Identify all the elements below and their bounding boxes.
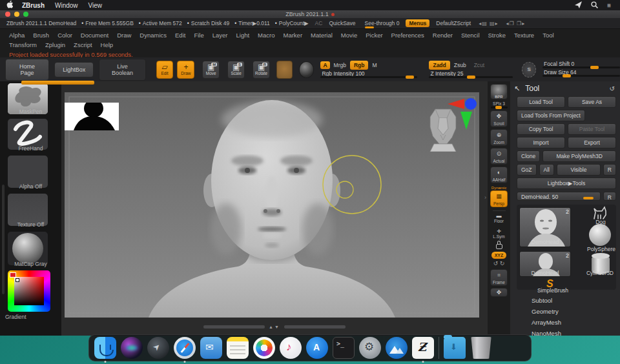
see-through-slider[interactable]: See-through 0 — [365, 20, 400, 26]
left-tray-scrollbar[interactable] — [2, 185, 5, 294]
menu-alpha[interactable]: Alpha — [9, 32, 25, 39]
paper-plane-icon[interactable] — [575, 1, 582, 10]
zsub-button[interactable]: Zsub — [454, 62, 466, 68]
xyz-rotation-button[interactable]: XYZ — [491, 252, 507, 259]
copy-tool-button[interactable]: Copy Tool — [517, 123, 565, 135]
menu-marker[interactable]: Marker — [284, 32, 303, 39]
menu-stencil[interactable]: Stencil — [461, 32, 480, 39]
menu-layer[interactable]: Layer — [212, 32, 228, 39]
menu-help[interactable]: Help — [101, 41, 114, 48]
section-geometry[interactable]: Geometry — [510, 306, 620, 317]
goz-button[interactable]: GoZ — [517, 164, 537, 176]
menu-light[interactable]: Light — [236, 32, 249, 39]
menubar-app-name[interactable]: ZBrush — [22, 2, 45, 9]
menus-toggle-button[interactable]: Menus — [406, 19, 429, 27]
goz-visible-button[interactable]: Visible — [557, 164, 601, 176]
section-arraymesh[interactable]: ArrayMesh — [510, 317, 620, 328]
default-zscript-button[interactable]: DefaultZScript — [436, 20, 471, 26]
actual-size-button[interactable]: ⊙Actual — [490, 148, 508, 165]
menu-macro[interactable]: Macro — [258, 32, 274, 39]
zoom-button[interactable]: ⊕Zoom — [490, 129, 508, 146]
edit-mode-button[interactable]: ▱ Edit — [156, 61, 174, 79]
mountain-app-icon[interactable] — [386, 337, 408, 359]
tray-resize-handle[interactable] — [21, 81, 94, 85]
apple-icon[interactable] — [6, 1, 13, 10]
search-icon[interactable] — [591, 1, 598, 10]
scroll-button[interactable]: ✥Scroll — [490, 110, 508, 127]
zadd-button[interactable]: Zadd — [429, 61, 450, 70]
timer[interactable]: Timer▶0.011 — [238, 20, 270, 26]
menu-color[interactable]: Color — [57, 32, 72, 39]
document-viewport[interactable] — [65, 92, 479, 318]
scale-mode-button[interactable]: S ▣ Scale — [227, 61, 245, 79]
safari-icon[interactable] — [174, 337, 196, 359]
menu-picker[interactable]: Picker — [366, 32, 382, 39]
bpr-render-button[interactable]: BPR — [490, 84, 508, 99]
load-tool-button[interactable]: Load Tool — [517, 96, 565, 108]
menu-draw[interactable]: Draw — [117, 32, 131, 39]
siri-icon[interactable] — [121, 337, 143, 359]
menu-texture[interactable]: Texture — [514, 32, 534, 39]
move-mode-button[interactable]: M ▣ Move — [202, 61, 220, 79]
notes-icon[interactable] — [227, 337, 249, 359]
export-button[interactable]: Export — [568, 137, 616, 148]
menu-render[interactable]: Render — [433, 32, 453, 39]
floor-button[interactable]: ▬Floor — [494, 213, 504, 223]
menu-zplugin[interactable]: Zplugin — [45, 41, 65, 48]
a-badge[interactable]: A — [320, 61, 329, 69]
menu-tool[interactable]: Tool — [542, 32, 553, 39]
color-picker[interactable] — [8, 270, 50, 312]
mail-icon[interactable] — [200, 337, 222, 359]
save-as-button[interactable]: Save As — [568, 96, 616, 108]
section-subtool[interactable]: Subtool — [510, 295, 620, 306]
music-icon[interactable] — [280, 337, 302, 359]
right-divider-chevron[interactable]: › — [484, 194, 486, 201]
alpha-preview-thumbnail[interactable] — [65, 103, 119, 130]
downloads-folder-icon[interactable] — [444, 337, 466, 359]
rotate-mode-button[interactable]: R ▣ Rotate — [253, 61, 270, 79]
current-material-button[interactable] — [299, 61, 314, 78]
menu-preferences[interactable]: Preferences — [391, 32, 424, 39]
menu-transform[interactable]: Transform — [9, 41, 37, 48]
lock-camera-icon[interactable] — [496, 244, 502, 249]
z-intensity-slider[interactable]: Z Intensity 25 — [429, 72, 513, 78]
menu-edit[interactable]: Edit — [175, 32, 185, 39]
clone-button[interactable]: Clone — [517, 150, 540, 162]
tool-scale-slider[interactable]: DemoHead. 50 — [517, 192, 601, 201]
draw-mode-button[interactable]: + Draw — [177, 61, 194, 79]
menu-brush[interactable]: Brush — [33, 32, 49, 39]
current-color-swatch[interactable] — [10, 272, 16, 278]
restore-icon[interactable]: ↺ — [610, 85, 615, 92]
mrgb-button[interactable]: Mrgb — [334, 62, 346, 68]
divider-arrows-icon[interactable]: ▲▼ — [269, 325, 280, 329]
notification-list-icon[interactable]: ≡ — [607, 2, 611, 9]
bottom-tray-divider[interactable]: ▲▼ — [61, 325, 488, 329]
paste-tool-button[interactable]: Paste Tool — [568, 123, 616, 135]
live-boolean-button[interactable]: Live Boolean — [99, 59, 145, 81]
load-tools-from-project-button[interactable]: Load Tools From Project — [517, 110, 585, 121]
menu-document[interactable]: Document — [81, 32, 108, 39]
lightbox-button[interactable]: LightBox — [54, 62, 94, 77]
tray-toggle-icons-right[interactable]: ◂❐ ❐▸ — [506, 21, 526, 26]
import-button[interactable]: Import — [517, 137, 565, 148]
photos-icon[interactable] — [253, 337, 275, 359]
move-nav-button[interactable]: ✥ — [490, 288, 508, 297]
rgb-button[interactable]: Rgb — [350, 61, 369, 70]
tray-toggle-icons-left[interactable]: ◂▤ ▤▸ — [479, 21, 498, 26]
focal-shift-slider[interactable]: Focal Shift 0 — [542, 62, 620, 68]
menubar-item-view[interactable]: View — [88, 2, 103, 9]
home-page-button[interactable]: Home Page — [5, 59, 49, 81]
perspective-button[interactable]: ▦Persp — [490, 190, 508, 207]
window-titlebar[interactable]: ZBrush 2021.1.1 — [0, 10, 620, 18]
tool-r-button[interactable]: R — [603, 192, 616, 201]
local-symmetry-button[interactable]: ✛L.Sym — [493, 228, 504, 239]
terminal-icon[interactable] — [333, 337, 355, 359]
stroke-gear-icon[interactable]: S — [522, 62, 536, 77]
polycount[interactable]: PolyCount▶ — [279, 20, 309, 26]
rgb-intensity-slider[interactable]: Rgb Intensity 100 — [320, 72, 417, 78]
dynamic-persp-label[interactable]: Dynamic — [491, 186, 506, 190]
orientation-gizmo[interactable] — [448, 97, 479, 133]
finder-icon[interactable] — [94, 337, 116, 359]
menubar-item-window[interactable]: Window — [55, 2, 78, 9]
rotate-arrows-icons[interactable]: ↺ ↻ — [493, 261, 505, 267]
